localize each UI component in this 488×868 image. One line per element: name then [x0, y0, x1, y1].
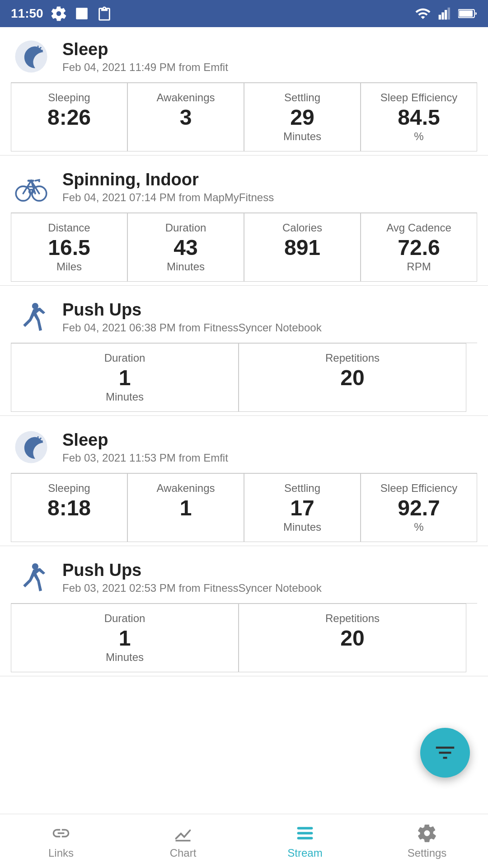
activity-header-sleep-1[interactable]: Sleep Feb 04, 2021 11:49 PM from Emfit	[0, 27, 488, 82]
stat-label: Sleeping	[48, 91, 90, 104]
stat-unit: RPM	[407, 260, 431, 273]
stat-value: 92.7	[398, 497, 440, 519]
stat-cell-pushups-1-1: Repetitions 20	[239, 343, 466, 412]
status-bar: 11:50	[0, 0, 488, 27]
activities-container: Sleep Feb 04, 2021 11:49 PM from Emfit S…	[0, 27, 488, 676]
stat-label: Sleep Efficiency	[380, 91, 457, 104]
stat-unit: %	[414, 130, 423, 143]
svg-point-13	[29, 189, 33, 193]
activity-subtitle-sleep-2: Feb 03, 2021 11:53 PM from Emfit	[62, 452, 228, 464]
nav-item-settings[interactable]: Settings	[366, 814, 488, 868]
svg-rect-2	[441, 12, 444, 19]
stat-value: 20	[340, 367, 364, 389]
activity-icon-sleep	[11, 36, 52, 77]
stat-label: Duration	[165, 222, 206, 234]
activity-subtitle-sleep-1: Feb 04, 2021 11:49 PM from Emfit	[62, 61, 228, 74]
stat-label: Distance	[48, 222, 90, 234]
nav-item-stream[interactable]: Stream	[244, 814, 366, 868]
activity-header-pushups-2[interactable]: Push Ups Feb 03, 2021 02:53 PM from Fitn…	[0, 548, 488, 603]
stat-value: 8:18	[47, 497, 91, 519]
main-content: Sleep Feb 04, 2021 11:49 PM from Emfit S…	[0, 27, 488, 741]
filter-icon	[433, 741, 457, 765]
stats-grid-pushups-2: Duration 1 Minutes Repetitions 20	[11, 603, 477, 672]
activity-entry-sleep-2: Sleep Feb 03, 2021 11:53 PM from Emfit S…	[0, 418, 488, 546]
stat-unit: Miles	[56, 260, 82, 273]
stat-label: Awakenings	[157, 482, 215, 495]
filter-fab[interactable]	[420, 728, 470, 778]
nav-item-links[interactable]: Links	[0, 814, 122, 868]
stat-value: 3	[180, 107, 192, 128]
stat-unit: Minutes	[167, 260, 205, 273]
stat-cell-spinning-1-2: Calories 891	[244, 213, 361, 282]
status-bar-right	[415, 5, 477, 22]
nav-label-settings: Settings	[408, 847, 447, 859]
activity-header-spinning-1[interactable]: Spinning, Indoor Feb 04, 2021 07:14 PM f…	[0, 157, 488, 212]
svg-rect-3	[445, 10, 447, 19]
stat-cell-sleep-1-0: Sleeping 8:26	[11, 83, 127, 151]
stat-unit: Minutes	[283, 130, 321, 143]
activity-title-spinning-1: Spinning, Indoor	[62, 170, 274, 189]
pushup-icon	[13, 299, 49, 335]
time-display: 11:50	[11, 6, 43, 21]
stat-cell-sleep-2-1: Awakenings 1	[127, 473, 244, 542]
stat-label: Duration	[104, 352, 145, 364]
stats-grid-pushups-1: Duration 1 Minutes Repetitions 20	[11, 343, 477, 412]
activity-title-pushups-1: Push Ups	[62, 300, 322, 320]
stat-label: Avg Cadence	[386, 222, 451, 234]
stat-value: 43	[174, 237, 197, 259]
stat-value: 1	[119, 627, 131, 649]
stat-cell-pushups-2-1: Repetitions 20	[239, 604, 466, 672]
sleep-icon	[13, 38, 49, 75]
bottom-nav: LinksChartStreamSettings	[0, 814, 488, 868]
nav-label-chart: Chart	[170, 847, 197, 859]
stats-grid-sleep-1: Sleeping 8:26 Awakenings 3 Settling 29 M…	[11, 82, 477, 151]
stat-label: Calories	[282, 222, 322, 234]
stat-label: Repetitions	[325, 352, 380, 364]
activity-entry-pushups-1: Push Ups Feb 04, 2021 06:38 PM from Fitn…	[0, 288, 488, 416]
stat-cell-spinning-1-0: Distance 16.5 Miles	[11, 213, 127, 282]
svg-rect-0	[76, 8, 88, 19]
status-bar-left: 11:50	[11, 5, 112, 22]
activity-entry-spinning-1: Spinning, Indoor Feb 04, 2021 07:14 PM f…	[0, 157, 488, 286]
stat-value: 17	[290, 497, 314, 519]
activity-subtitle-pushups-2: Feb 03, 2021 02:53 PM from FitnessSyncer…	[62, 582, 322, 594]
nav-label-links: Links	[48, 847, 74, 859]
stat-unit: Minutes	[283, 521, 321, 533]
stat-label: Repetitions	[325, 612, 380, 625]
activity-title-block: Push Ups Feb 04, 2021 06:38 PM from Fitn…	[62, 300, 322, 334]
stat-cell-sleep-1-3: Sleep Efficiency 84.5 %	[361, 83, 477, 151]
activity-icon-pushups	[11, 297, 52, 337]
stat-cell-sleep-2-0: Sleeping 8:18	[11, 473, 127, 542]
activity-header-pushups-1[interactable]: Push Ups Feb 04, 2021 06:38 PM from Fitn…	[0, 288, 488, 343]
wifi-icon	[415, 5, 431, 22]
chart-icon	[173, 823, 193, 843]
nav-label-stream: Stream	[287, 847, 322, 859]
activity-icon-sleep	[11, 427, 52, 467]
stat-value: 1	[119, 367, 131, 389]
stat-label: Awakenings	[157, 91, 215, 104]
svg-rect-1	[439, 15, 441, 20]
stat-label: Settling	[284, 482, 320, 495]
stat-label: Sleeping	[48, 482, 90, 495]
stat-value: 29	[290, 107, 314, 128]
stats-grid-sleep-2: Sleeping 8:18 Awakenings 1 Settling 17 M…	[11, 473, 477, 542]
stats-grid-spinning-1: Distance 16.5 Miles Duration 43 Minutes …	[11, 212, 477, 282]
activity-entry-sleep-1: Sleep Feb 04, 2021 11:49 PM from Emfit S…	[0, 27, 488, 156]
sleep-icon	[13, 429, 49, 465]
link-icon	[51, 823, 71, 843]
activity-title-sleep-1: Sleep	[62, 40, 228, 59]
stat-cell-spinning-1-1: Duration 43 Minutes	[127, 213, 244, 282]
stat-value: 84.5	[398, 107, 440, 128]
activity-subtitle-pushups-1: Feb 04, 2021 06:38 PM from FitnessSyncer…	[62, 321, 322, 334]
stat-label: Settling	[284, 91, 320, 104]
nav-item-chart[interactable]: Chart	[122, 814, 244, 868]
activity-entry-pushups-2: Push Ups Feb 03, 2021 02:53 PM from Fitn…	[0, 548, 488, 676]
stat-value: 72.6	[398, 237, 440, 259]
activity-title-block: Push Ups Feb 03, 2021 02:53 PM from Fitn…	[62, 561, 322, 594]
activity-header-sleep-2[interactable]: Sleep Feb 03, 2021 11:53 PM from Emfit	[0, 418, 488, 473]
stat-value: 8:26	[47, 107, 91, 128]
stat-label: Sleep Efficiency	[380, 482, 457, 495]
stat-value: 20	[340, 627, 364, 649]
svg-line-9	[40, 47, 42, 49]
stat-unit: Minutes	[106, 651, 144, 664]
